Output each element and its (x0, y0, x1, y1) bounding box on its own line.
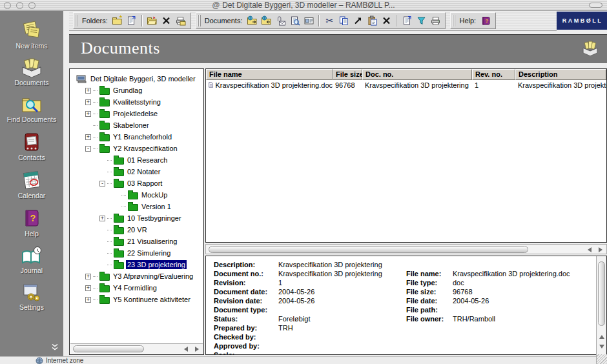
sidebar-item-contacts[interactable]: Contacts (18, 132, 45, 161)
tree-item-label[interactable]: 01 Research (126, 156, 169, 165)
column-header-description[interactable]: Description (515, 69, 606, 80)
expand-toggle[interactable]: + (85, 88, 91, 94)
checkin-document-icon[interactable] (260, 14, 273, 27)
expand-toggle[interactable]: + (85, 99, 91, 105)
tree-item[interactable]: -03 Rapport (70, 177, 203, 189)
tree-item-label[interactable]: 03 Rapport (126, 179, 163, 188)
tree-item-label[interactable]: Y3 Afprøvning/Evaluering (112, 272, 194, 281)
sidebar-item-new-items[interactable]: New items (15, 20, 47, 50)
shortcut-arrow-icon[interactable] (351, 14, 364, 27)
tree-item-label[interactable]: Kvalitetsstyring (112, 97, 162, 106)
expand-toggle[interactable]: + (85, 297, 91, 303)
tree-item[interactable]: +Kvalitetsstyring (70, 96, 203, 108)
filter-icon[interactable] (415, 14, 427, 27)
tree-item-label[interactable]: Skabeloner (112, 121, 150, 130)
document-card-icon[interactable] (302, 14, 315, 27)
details-vertical-scrollbar[interactable] (596, 256, 606, 354)
column-header-rev-no[interactable]: Rev. no. (472, 69, 515, 80)
print-folders-icon[interactable] (174, 14, 187, 27)
toolbar-grip[interactable] (75, 15, 79, 26)
tree-item[interactable]: +10 Testbygninger (70, 212, 203, 224)
expand-toggle[interactable]: - (99, 181, 105, 187)
sidebar-item-journal[interactable]: Journal (20, 246, 43, 274)
sidebar-scroll-down-chevron[interactable] (50, 342, 59, 354)
tree-item[interactable]: +Y4 Formidling (70, 282, 203, 294)
tree-item-label[interactable]: Projektledelse (112, 109, 159, 118)
sidebar-item-settings[interactable]: Settings (19, 283, 44, 311)
expand-toggle[interactable]: + (99, 216, 105, 221)
delete-document-icon[interactable] (380, 14, 393, 27)
delete-folder-icon[interactable] (160, 14, 173, 27)
tree-item[interactable]: +Y5 Kontinuere aktiviteter (70, 294, 203, 305)
tree-horizontal-scrollbar[interactable] (70, 343, 203, 354)
tree-item[interactable]: 22 Simulering (70, 247, 203, 259)
tree-item-label[interactable]: Y4 Formidling (112, 283, 158, 292)
tree-item-label[interactable]: Version 1 (140, 202, 172, 211)
help-book-icon[interactable]: ? (479, 14, 492, 27)
tree-item[interactable]: +Projektledelse (70, 108, 203, 119)
tree-item-selected[interactable]: 23 3D projektering (70, 259, 203, 270)
tree-item[interactable]: Version 1 (70, 201, 203, 212)
tree-item[interactable]: 20 VR (70, 224, 203, 236)
toolbar-grip[interactable] (452, 15, 456, 26)
file-row[interactable]: Kravspecifikation 3D projektering.doc 96… (206, 80, 606, 90)
tree-item-label[interactable]: 10 Testbygninger (126, 214, 183, 223)
window-collapse-widget[interactable] (589, 3, 602, 8)
tree-item[interactable]: Skabeloner (70, 119, 203, 131)
tree-item-label[interactable]: Y2 Kravspecifikation (112, 144, 179, 153)
tree-item-label[interactable]: Det Digitale Byggeri, 3D modeller (89, 74, 197, 83)
sidebar-item-find-documents[interactable]: Find Documents (7, 95, 56, 123)
window-resize-grip[interactable] (596, 354, 607, 364)
expand-toggle[interactable]: + (85, 285, 91, 291)
tree-item-label[interactable]: Y5 Kontinuere aktiviteter (112, 295, 192, 304)
scroll-down-button[interactable] (597, 343, 606, 350)
toolbar-grip[interactable] (198, 15, 201, 26)
column-header-doc-no[interactable]: Doc. no. (362, 69, 472, 80)
file-name-cell[interactable]: Kravspecifikation 3D projektering.doc (215, 81, 333, 89)
tree-item[interactable]: 02 Notater (70, 166, 203, 177)
tree-item-label[interactable]: 20 VR (126, 225, 149, 234)
tree-item-label[interactable]: Y1 Brancheforhold (112, 132, 173, 141)
sidebar-item-documents[interactable]: Documents (14, 58, 48, 86)
tree-item[interactable]: +Y1 Brancheforhold (70, 131, 203, 143)
expand-toggle[interactable]: - (85, 146, 91, 152)
sidebar-item-calendar[interactable]: Calendar (18, 170, 46, 199)
scrollbar-thumb[interactable] (73, 345, 144, 352)
mail-document-icon[interactable] (274, 14, 287, 27)
scroll-left-button[interactable] (585, 246, 593, 254)
tree-item-label[interactable]: 21 Visualisering (126, 237, 178, 246)
preview-document-icon[interactable] (288, 14, 301, 27)
tree-item-label[interactable]: MockUp (140, 190, 169, 199)
tree-item[interactable]: -Y2 Kravspecifikation (70, 143, 203, 154)
cut-icon[interactable]: ✂ (323, 14, 336, 27)
expand-toggle[interactable]: + (85, 274, 91, 279)
tree-item-label[interactable]: 02 Notater (126, 167, 161, 176)
scroll-up-button[interactable] (597, 333, 606, 341)
tree-item[interactable]: +Y3 Afprøvning/Evaluering (70, 270, 203, 282)
tree-item[interactable]: +Grundlag (70, 85, 203, 96)
scroll-right-button[interactable] (596, 246, 604, 254)
folder-properties-icon[interactable] (125, 14, 138, 27)
tree-root-item[interactable]: Det Digitale Byggeri, 3D modeller (70, 73, 203, 85)
scroll-left-button[interactable] (181, 345, 190, 353)
copy-icon[interactable] (337, 14, 350, 27)
paste-icon[interactable] (365, 14, 378, 27)
print-icon[interactable] (429, 14, 442, 27)
scrollbar-thumb[interactable] (209, 246, 528, 253)
tree-item[interactable]: MockUp (70, 189, 203, 201)
scrollbar-thumb[interactable] (598, 261, 605, 326)
open-folder-icon[interactable] (146, 14, 159, 27)
expand-toggle[interactable]: + (85, 111, 91, 117)
document-properties-icon[interactable] (400, 14, 413, 27)
scroll-right-button[interactable] (192, 345, 201, 353)
expand-toggle[interactable]: + (85, 134, 91, 140)
column-header-file-name[interactable]: File name (206, 69, 333, 80)
checkout-document-icon[interactable] (245, 14, 258, 27)
column-header-file-size[interactable]: File size (333, 69, 362, 80)
file-list-horizontal-scrollbar[interactable] (205, 244, 607, 254)
new-folder-icon[interactable] (111, 14, 124, 27)
tree-item[interactable]: 21 Visualisering (70, 236, 203, 247)
sidebar-item-help[interactable]: ? Help (21, 208, 42, 238)
tree-item-label[interactable]: Grundlag (112, 86, 143, 95)
tree-item-label[interactable]: 23 3D projektering (126, 260, 187, 269)
